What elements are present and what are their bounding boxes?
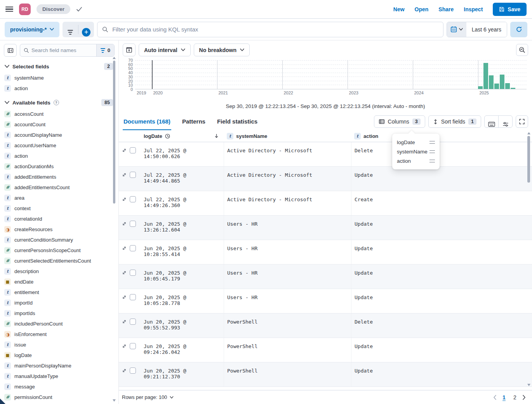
- help-icon[interactable]: ?: [54, 100, 59, 105]
- field-item[interactable]: context: [0, 203, 118, 214]
- expand-row-icon[interactable]: [122, 368, 127, 373]
- row-checkbox[interactable]: [130, 221, 136, 227]
- column-header-systemname[interactable]: t systemName: [224, 133, 351, 139]
- table-row[interactable]: Jun 20, 2025 @ 13:26:12.604 Users - HR U…: [119, 216, 532, 240]
- drag-handle-icon[interactable]: [429, 150, 435, 153]
- scroll-down-icon[interactable]: [113, 399, 116, 402]
- table-row[interactable]: Jun 20, 2025 @ 09:24:26.042 PowerShell U…: [119, 338, 532, 362]
- save-button[interactable]: Save: [493, 3, 527, 16]
- row-checkbox[interactable]: [130, 319, 136, 325]
- popover-column-item[interactable]: logDate: [397, 138, 435, 147]
- field-item[interactable]: message: [0, 381, 118, 392]
- field-item[interactable]: action: [0, 83, 118, 94]
- field-item[interactable]: includedPersonCount: [0, 319, 118, 329]
- nav-link[interactable]: Open: [415, 6, 429, 12]
- field-item[interactable]: importId: [0, 298, 118, 308]
- histogram-chart[interactable]: 706050403020100 201920202021202220232024…: [123, 60, 527, 98]
- next-page-icon[interactable]: [522, 395, 527, 400]
- rows-per-page-button[interactable]: Rows per page: 100: [122, 394, 174, 400]
- sort-fields-button[interactable]: Sort fields 1: [428, 115, 481, 128]
- table-row[interactable]: Jul 22, 2025 @ 14:49:44.865 Active Direc…: [119, 167, 532, 191]
- field-item[interactable]: accountDisplayName: [0, 130, 118, 140]
- row-checkbox[interactable]: [130, 270, 136, 276]
- inspect-chart-button[interactable]: [516, 44, 528, 56]
- drag-handle-icon[interactable]: [429, 141, 435, 144]
- expand-row-icon[interactable]: [122, 319, 127, 324]
- column-header-action[interactable]: t action: [351, 133, 532, 139]
- refresh-button[interactable]: [510, 22, 527, 37]
- field-item[interactable]: currentPersonsInScopeCount: [0, 245, 118, 256]
- breakdown-select[interactable]: No breakdown: [194, 44, 250, 56]
- tab-documents[interactable]: Documents (168): [123, 113, 171, 130]
- field-item[interactable]: importIds: [0, 308, 118, 319]
- table-row[interactable]: Jun 20, 2025 @ 10:05:45.179 Users - HR U…: [119, 265, 532, 289]
- field-item[interactable]: isEnforcement: [0, 329, 118, 340]
- expand-row-icon[interactable]: [122, 344, 127, 348]
- page-1-button[interactable]: 1: [500, 393, 508, 402]
- field-item[interactable]: systemName: [0, 73, 118, 83]
- previous-page-icon[interactable]: [492, 395, 497, 400]
- field-item[interactable]: currentConditionSummary: [0, 235, 118, 245]
- tab-field-statistics[interactable]: Field statistics: [216, 113, 258, 130]
- field-item[interactable]: mainPersonDisplayName: [0, 360, 118, 371]
- kql-search-bar[interactable]: [97, 22, 443, 37]
- nav-link[interactable]: Inspect: [464, 6, 483, 12]
- histogram-bar[interactable]: [511, 88, 516, 89]
- keyboard-shortcuts-button[interactable]: [485, 116, 498, 127]
- row-checkbox[interactable]: [130, 343, 136, 349]
- histogram-bar[interactable]: [483, 63, 489, 89]
- time-range-button[interactable]: Last 6 years: [466, 22, 507, 37]
- add-filter-button[interactable]: +: [78, 22, 94, 37]
- columns-button[interactable]: Columns 3: [374, 115, 425, 128]
- field-search[interactable]: 0: [20, 44, 115, 57]
- expand-row-icon[interactable]: [122, 270, 127, 275]
- field-item[interactable]: correlationId: [0, 214, 118, 224]
- expand-row-icon[interactable]: [122, 172, 127, 177]
- table-row[interactable]: Jun 20, 2025 @ 09:21:12.370 PowerShell U…: [119, 362, 532, 387]
- expand-row-icon[interactable]: [122, 295, 127, 300]
- drag-handle-icon[interactable]: [429, 160, 435, 162]
- hide-chart-button[interactable]: [123, 44, 136, 56]
- field-item[interactable]: actionDurationMs: [0, 161, 118, 172]
- field-search-input[interactable]: [31, 47, 96, 53]
- breadcrumb[interactable]: Discover: [37, 4, 70, 14]
- histogram-bar[interactable]: [500, 75, 505, 89]
- field-item[interactable]: accountCount: [0, 119, 118, 130]
- sidebar-scrollbar[interactable]: [113, 61, 115, 204]
- field-item[interactable]: addedEntitlements: [0, 172, 118, 182]
- table-scrollbar[interactable]: [527, 136, 530, 183]
- nav-link[interactable]: New: [393, 6, 405, 12]
- avatar[interactable]: RD: [19, 3, 31, 15]
- display-options-button[interactable]: [499, 116, 512, 127]
- field-item[interactable]: endDate: [0, 277, 118, 287]
- available-fields-header[interactable]: Available fields ? 85: [0, 96, 118, 109]
- tab-patterns[interactable]: Patterns: [181, 113, 206, 130]
- popover-column-item[interactable]: systemName: [397, 147, 435, 156]
- field-item[interactable]: currentSelectedEntitlementsCount: [0, 256, 118, 266]
- expand-row-icon[interactable]: [122, 148, 127, 153]
- scroll-up-icon[interactable]: [527, 132, 530, 134]
- row-checkbox[interactable]: [130, 367, 136, 374]
- row-checkbox[interactable]: [130, 147, 136, 153]
- field-item[interactable]: accessCount: [0, 109, 118, 119]
- nav-link[interactable]: Share: [438, 6, 454, 12]
- data-view-picker[interactable]: provisioning-*: [5, 22, 59, 37]
- popover-column-item[interactable]: action: [397, 156, 435, 165]
- saved-filters-button[interactable]: [63, 22, 78, 37]
- field-filters-button[interactable]: 0: [96, 44, 114, 56]
- row-checkbox[interactable]: [130, 294, 136, 300]
- menu-icon[interactable]: [5, 7, 13, 12]
- table-row[interactable]: Jun 20, 2025 @ 10:28:55.414 Users - HR U…: [119, 240, 532, 265]
- expand-row-icon[interactable]: [122, 221, 127, 226]
- table-row[interactable]: Jun 20, 2025 @ 10:05:28.778 Users - HR U…: [119, 289, 532, 313]
- sort-direction-icon[interactable]: [214, 133, 219, 139]
- fullscreen-button[interactable]: [516, 115, 528, 128]
- row-checkbox[interactable]: [130, 172, 136, 178]
- scroll-up-icon[interactable]: [113, 57, 116, 59]
- field-item[interactable]: description: [0, 266, 118, 277]
- histogram-bar[interactable]: [505, 83, 510, 89]
- expand-row-icon[interactable]: [122, 197, 127, 202]
- row-checkbox[interactable]: [130, 245, 136, 251]
- interval-select[interactable]: Auto interval: [139, 44, 191, 56]
- field-item[interactable]: entitlement: [0, 287, 118, 298]
